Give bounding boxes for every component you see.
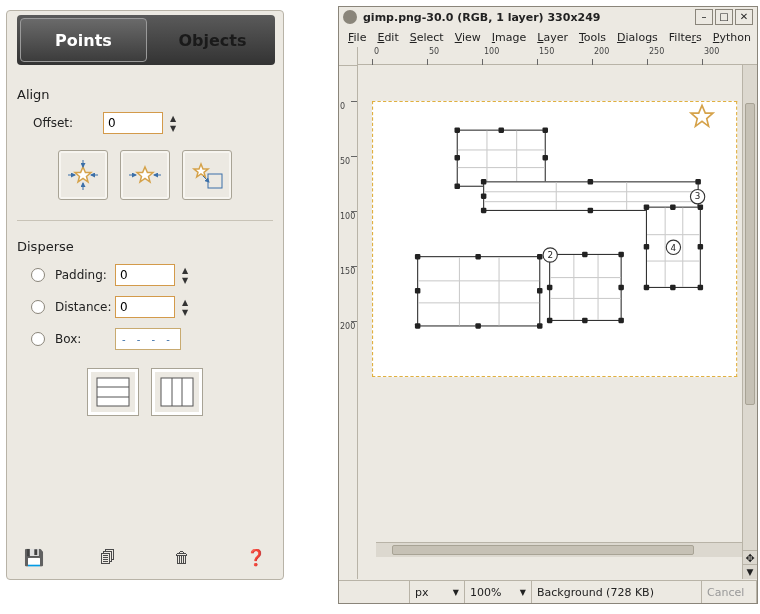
disperse-horizontal-icon (95, 376, 131, 408)
help-icon[interactable]: ❓ (245, 546, 267, 568)
tabbar: Points Objects (17, 15, 275, 65)
status-cancel: Cancel (702, 581, 757, 603)
nav-move-icon[interactable]: ✥ (743, 550, 757, 565)
gimp-window: gimp.png-30.0 (RGB, 1 layer) 330x249 – □… (338, 6, 758, 604)
copy-icon[interactable]: 🗐 (97, 546, 119, 568)
svg-rect-6 (208, 174, 222, 188)
disperse-vertical-icon (159, 376, 195, 408)
menu-dialogs[interactable]: Dialogs (612, 29, 663, 46)
offset-step-down[interactable]: ▼ (167, 123, 179, 133)
trash-icon[interactable]: 🗑 (171, 546, 193, 568)
menubar: FileEditSelectViewImageLayerToolsDialogs… (339, 27, 757, 47)
disperse-vertical-button[interactable] (151, 368, 203, 416)
menu-file[interactable]: File (343, 29, 371, 46)
menu-view[interactable]: View (450, 29, 486, 46)
vertical-scrollbar[interactable]: ✥ ▼ (742, 65, 757, 579)
horizontal-scrollbar-thumb[interactable] (392, 545, 694, 555)
padding-step-down[interactable]: ▼ (179, 275, 191, 285)
maximize-button[interactable]: □ (715, 9, 733, 25)
menu-select[interactable]: Select (405, 29, 449, 46)
padding-radio[interactable] (31, 268, 45, 282)
titlebar[interactable]: gimp.png-30.0 (RGB, 1 layer) 330x249 – □… (339, 7, 757, 27)
wilber-icon (343, 10, 357, 24)
horizontal-scrollbar[interactable] (376, 542, 743, 557)
offset-step-up[interactable]: ▲ (167, 113, 179, 123)
menu-tools[interactable]: Tools (574, 29, 611, 46)
chevron-down-icon: ▼ (453, 588, 459, 597)
align-center-icon (64, 156, 102, 194)
status-message: Background (728 KB) (532, 581, 702, 603)
disperse-horizontal-button[interactable] (87, 368, 139, 416)
minimize-button[interactable]: – (695, 9, 713, 25)
disperse-section-title: Disperse (17, 239, 273, 254)
offset-label: Offset: (17, 116, 103, 130)
selection-rect[interactable]: 4 (646, 207, 701, 288)
selection-rect[interactable]: 2 (549, 254, 622, 321)
vertical-ruler[interactable]: 050100150200 (339, 65, 358, 579)
status-unit-selector[interactable]: px▼ (410, 581, 465, 603)
distance-step-down[interactable]: ▼ (179, 307, 191, 317)
menu-edit[interactable]: Edit (372, 29, 403, 46)
align-section-title: Align (17, 87, 273, 102)
svg-rect-8 (97, 378, 129, 406)
close-button[interactable]: ✕ (735, 9, 753, 25)
status-position (339, 581, 410, 603)
align-tool-panel: Points Objects Align Offset: ▲ ▼ (6, 10, 284, 580)
align-horizontal-icon (126, 156, 164, 194)
box-pattern-swatch[interactable]: - - - - (115, 328, 181, 350)
canvas[interactable]: 342 (372, 101, 737, 377)
vertical-scrollbar-thumb[interactable] (745, 103, 755, 405)
menu-image[interactable]: Image (487, 29, 531, 46)
padding-label: Padding: (55, 268, 115, 282)
align-horizontal-button[interactable] (120, 150, 170, 200)
selection-rect[interactable] (457, 130, 546, 187)
tab-objects[interactable]: Objects (150, 15, 275, 65)
svg-rect-11 (161, 378, 193, 406)
box-label: Box: (55, 332, 115, 346)
align-corner-icon (188, 156, 226, 194)
menu-layer[interactable]: Layer (532, 29, 573, 46)
selection-rect[interactable] (417, 256, 540, 326)
ruler-corner (339, 47, 358, 66)
window-title: gimp.png-30.0 (RGB, 1 layer) 330x249 (363, 11, 695, 24)
save-icon[interactable]: 💾 (23, 546, 45, 568)
scroll-down-icon[interactable]: ▼ (743, 564, 757, 579)
menu-filters[interactable]: Filters (664, 29, 707, 46)
distance-label: Distance: (55, 300, 115, 314)
chevron-down-icon: ▼ (520, 588, 526, 597)
distance-step-up[interactable]: ▲ (179, 297, 191, 307)
menu-python[interactable]: Python (708, 29, 756, 46)
align-center-button[interactable] (58, 150, 108, 200)
padding-step-up[interactable]: ▲ (179, 265, 191, 275)
align-corner-button[interactable] (182, 150, 232, 200)
statusbar: px▼ 100%▼ Background (728 KB) Cancel (339, 580, 757, 603)
distance-input[interactable] (115, 296, 175, 318)
padding-input[interactable] (115, 264, 175, 286)
offset-input[interactable] (103, 112, 163, 134)
box-radio[interactable] (31, 332, 45, 346)
panel-bottom-bar: 💾 🗐 🗑 ❓ (15, 543, 275, 571)
tab-points[interactable]: Points (20, 18, 147, 62)
status-zoom-selector[interactable]: 100%▼ (465, 581, 532, 603)
distance-radio[interactable] (31, 300, 45, 314)
horizontal-ruler[interactable]: 050100150200250300 (358, 47, 757, 65)
star-shape[interactable] (689, 102, 715, 128)
